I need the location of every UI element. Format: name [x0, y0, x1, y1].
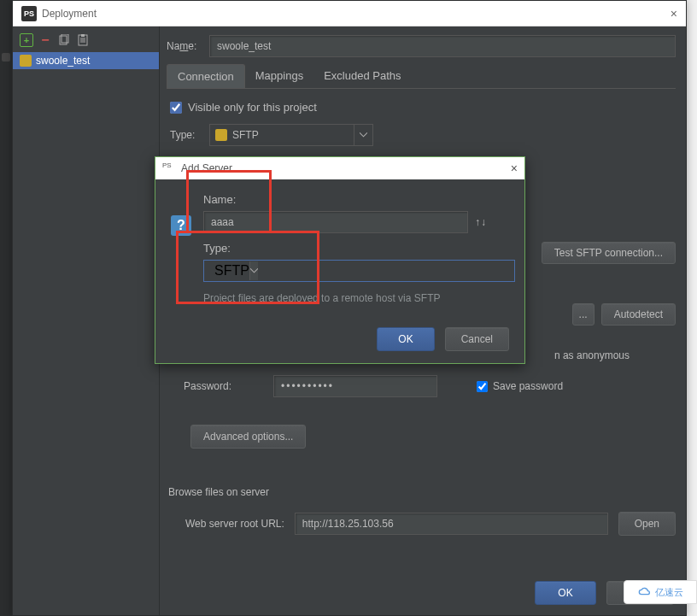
modal-button-row: OK Cancel — [377, 327, 509, 351]
remove-server-icon[interactable]: − — [38, 33, 52, 47]
save-password-row[interactable]: Save password — [477, 380, 563, 392]
add-server-dialog: PS Add Server × ? Name: ↑↓ Type: SFTP Pr… — [155, 156, 525, 364]
name-label: Name: — [167, 40, 209, 52]
modal-type-value: SFTP — [214, 263, 249, 279]
clipboard-icon[interactable] — [76, 33, 90, 47]
tab-bar: Connection Mappings Excluded Paths — [167, 64, 676, 89]
sftp-icon — [20, 55, 32, 67]
save-password-label: Save password — [493, 380, 563, 392]
anonymous-partial-text: n as anonymous — [554, 349, 630, 361]
sftp-icon — [215, 129, 227, 141]
password-input[interactable] — [273, 375, 437, 397]
phpstorm-badge-icon: PS — [21, 6, 37, 21]
chevron-down-icon[interactable] — [249, 261, 258, 280]
svg-rect-3 — [81, 34, 85, 37]
modal-ok-button[interactable]: OK — [377, 327, 434, 351]
sidebar-toolbar: + − — [13, 32, 159, 52]
web-root-input[interactable] — [295, 513, 608, 535]
close-icon[interactable]: × — [511, 161, 518, 175]
tab-mappings[interactable]: Mappings — [245, 64, 313, 88]
help-icon: ? — [171, 215, 191, 236]
autodetect-button[interactable]: Autodetect — [601, 303, 676, 326]
advanced-options-button[interactable]: Advanced options... — [190, 425, 306, 449]
close-icon[interactable]: × — [671, 7, 677, 21]
server-tree-item[interactable]: swoole_test — [13, 52, 159, 69]
chevron-down-icon[interactable] — [354, 125, 372, 145]
window-title-bar[interactable]: PS Deployment × — [13, 1, 686, 26]
type-label: Type: — [170, 129, 201, 141]
modal-type-dropdown[interactable]: SFTP — [203, 260, 515, 282]
type-value: SFTP — [232, 129, 259, 141]
modal-title-bar[interactable]: PS Add Server × — [155, 157, 524, 179]
background-sliver — [0, 0, 12, 616]
visible-only-row[interactable]: Visible only for this project — [167, 101, 676, 114]
open-url-button[interactable]: Open — [618, 512, 676, 536]
save-password-checkbox[interactable] — [477, 381, 488, 392]
modal-type-description: Project files are deployed to a remote h… — [203, 292, 511, 304]
server-item-label: swoole_test — [36, 55, 90, 67]
type-dropdown[interactable]: SFTP — [209, 124, 373, 146]
test-connection-button[interactable]: Test SFTP connection... — [542, 242, 676, 264]
server-name-input[interactable] — [209, 35, 676, 57]
modal-type-label: Type: — [203, 242, 511, 255]
password-row: Password: Save password — [167, 375, 676, 397]
watermark-badge: 亿速云 — [624, 580, 697, 604]
visible-only-checkbox[interactable] — [170, 102, 182, 114]
sort-arrows-icon[interactable]: ↑↓ — [475, 216, 487, 228]
password-label: Password: — [184, 380, 256, 392]
window-title: Deployment — [42, 8, 97, 20]
browse-files-label: Browse files on server — [167, 486, 676, 498]
add-server-icon[interactable]: + — [20, 33, 33, 47]
tab-excluded[interactable]: Excluded Paths — [313, 64, 411, 88]
visible-only-label: Visible only for this project — [188, 101, 317, 114]
browse-path-button[interactable]: ... — [572, 303, 594, 326]
server-list-sidebar: + − swoole_test — [13, 26, 160, 615]
modal-cancel-button[interactable]: Cancel — [445, 327, 509, 351]
tab-connection[interactable]: Connection — [167, 64, 245, 88]
ok-button[interactable]: OK — [535, 581, 595, 605]
modal-title: Add Server — [181, 162, 232, 174]
modal-name-label: Name: — [203, 193, 511, 206]
phpstorm-badge-icon: PS — [162, 161, 176, 175]
watermark-text: 亿速云 — [655, 586, 683, 599]
copy-icon[interactable] — [57, 33, 71, 47]
web-root-label: Web server root URL: — [185, 518, 284, 530]
modal-name-input[interactable] — [203, 211, 468, 233]
